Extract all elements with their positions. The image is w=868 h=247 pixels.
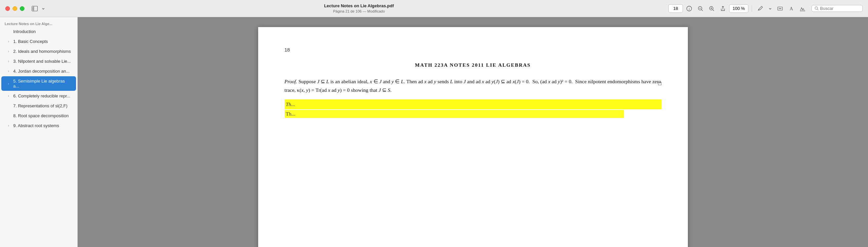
pdf-area[interactable]: 18 MATH 223A NOTES 2011 LIE ALGEBRAS Pro…: [78, 17, 868, 247]
sign-icon: A: [788, 6, 794, 11]
sidebar-title: Lecture Notes on Lie Alge...: [0, 20, 78, 27]
chevron-icon: ›: [8, 82, 11, 85]
sidebar-item-jordan[interactable]: › 4. Jordan decomposition an...: [1, 66, 76, 76]
proof-paragraph: Proof. Suppose J ⊆ L is an abelian ideal…: [285, 77, 661, 95]
sidebar-item-introduction[interactable]: Introduction: [1, 27, 76, 36]
zoom-in-button[interactable]: [707, 4, 717, 13]
chevron-icon: ›: [8, 94, 11, 98]
markup-button[interactable]: [798, 4, 807, 13]
sidebar-item-label: 5. Semisimple Lie algebras a...: [13, 79, 71, 89]
sidebar-icon: [32, 6, 38, 11]
pdf-page: 18 MATH 223A NOTES 2011 LIE ALGEBRAS Pro…: [258, 27, 688, 247]
pen-icon: [757, 6, 763, 11]
sidebar-item-abstract-root[interactable]: › 9. Abstract root systems: [1, 121, 76, 131]
sidebar-item-nilpotent[interactable]: › 3. Nilpotent and solvable Lie...: [1, 57, 76, 66]
toolbar-controls: i: [669, 4, 863, 13]
minimize-button[interactable]: [12, 6, 17, 11]
highlighted-text-2: Th...: [285, 110, 296, 118]
svg-text:A: A: [790, 6, 793, 11]
chevron-down-icon: [42, 7, 45, 10]
annotate-button[interactable]: [755, 4, 765, 13]
view-expand-button[interactable]: [40, 6, 47, 11]
zoom-in-icon: [709, 6, 715, 11]
zoom-out-button[interactable]: [695, 4, 705, 13]
sidebar-toggle-button[interactable]: [30, 5, 40, 12]
share-icon: [720, 6, 726, 11]
document-title-area: Lecture Notes on Lie Algebras.pdf Página…: [50, 3, 669, 13]
chevron-icon: ›: [8, 40, 11, 43]
sidebar-item-label: 1. Basic Concepts: [13, 39, 48, 44]
annotation-expand-button[interactable]: [767, 6, 774, 11]
chevron-icon: ›: [8, 49, 11, 53]
info-button[interactable]: i: [684, 4, 694, 13]
title-bar: Lecture Notes on Lie Algebras.pdf Página…: [0, 0, 868, 17]
chevron-icon: ›: [8, 69, 11, 73]
sidebar-item-label: 6. Completely reducible repr...: [13, 94, 70, 98]
svg-line-13: [713, 9, 714, 11]
close-button[interactable]: [5, 6, 10, 11]
search-icon: [814, 6, 819, 10]
highlighted-text-1: Th...: [285, 100, 295, 109]
document-title: Lecture Notes on Lie Algebras.pdf: [324, 3, 394, 9]
qed-symbol: □: [658, 79, 661, 88]
zoom-level-input[interactable]: [729, 4, 748, 13]
svg-text:i: i: [688, 7, 689, 10]
pdf-content: Proof. Suppose J ⊆ L is an abelian ideal…: [285, 77, 661, 118]
maximize-button[interactable]: [20, 6, 25, 11]
sidebar-item-label: 8. Root space decomposition: [13, 113, 69, 118]
textbox-button[interactable]: [775, 4, 785, 13]
share-button[interactable]: [718, 4, 728, 13]
sidebar-toggle-area: [30, 5, 47, 12]
chevron-icon: ›: [8, 60, 11, 63]
search-area[interactable]: [811, 5, 863, 12]
pdf-page-number: 18: [285, 47, 290, 52]
annotation-chevron-icon: [769, 7, 772, 10]
sidebar-item-label: 9. Abstract root systems: [13, 123, 59, 128]
zoom-out-icon: [698, 6, 703, 11]
sidebar-item-representations[interactable]: 7. Representations of sl(2,F): [1, 101, 76, 111]
sidebar: Lecture Notes on Lie Alge... Introductio…: [0, 17, 78, 247]
toolbar-separator: [752, 5, 752, 12]
pdf-header: MATH 223A NOTES 2011 LIE ALGEBRAS: [285, 62, 661, 68]
sidebar-item-label: 4. Jordan decomposition an...: [13, 69, 70, 74]
sidebar-item-label: Introduction: [13, 29, 36, 34]
sidebar-item-semisimple[interactable]: › 5. Semisimple Lie algebras a...: [1, 76, 76, 91]
chevron-icon: ›: [8, 124, 11, 128]
sidebar-item-label: 3. Nilpotent and solvable Lie...: [13, 59, 71, 64]
sidebar-item-label: 2. Ideals and homomorphisms: [13, 49, 71, 54]
traffic-lights: [5, 6, 25, 11]
svg-line-22: [817, 9, 819, 10]
sidebar-item-ideals[interactable]: › 2. Ideals and homomorphisms: [1, 46, 76, 56]
sidebar-item-root-space[interactable]: 8. Root space decomposition: [1, 111, 76, 120]
sign-button[interactable]: A: [786, 4, 796, 13]
markup-icon: [800, 6, 806, 11]
sidebar-item-label: 7. Representations of sl(2,F): [13, 103, 67, 108]
textbox-icon: [777, 6, 783, 11]
info-icon: i: [686, 6, 692, 11]
main-area: Lecture Notes on Lie Alge... Introductio…: [0, 17, 868, 247]
highlighted-line-1: Th...: [285, 99, 661, 109]
proof-label: Proof.: [285, 79, 298, 84]
sidebar-item-basic-concepts[interactable]: › 1. Basic Concepts: [1, 37, 76, 46]
page-number-input[interactable]: [669, 4, 683, 13]
highlighted-line-2: Th...: [285, 110, 624, 118]
sidebar-item-completely-reducible[interactable]: › 6. Completely reducible repr...: [1, 91, 76, 101]
svg-line-9: [702, 9, 703, 11]
document-subtitle: Página 21 de 106 — Modificado: [333, 9, 385, 13]
svg-point-21: [815, 7, 818, 9]
search-input[interactable]: [820, 6, 860, 11]
